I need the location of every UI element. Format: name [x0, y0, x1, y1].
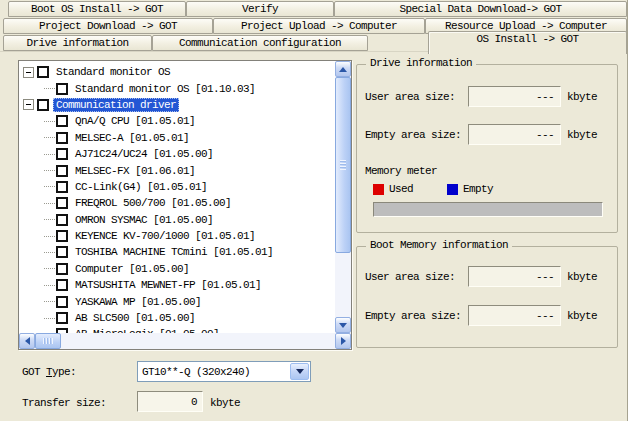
user-area-size-field: --- — [468, 86, 561, 107]
tree-item[interactable]: MATSUSHITA MEWNET-FP [01.05.01] — [22, 277, 335, 293]
checkbox[interactable] — [56, 165, 68, 177]
tree-item-label: Standard monitor OS [01.10.03] — [72, 82, 258, 96]
vertical-scrollbar-thumb[interactable] — [335, 77, 351, 253]
checkbox[interactable] — [37, 66, 49, 78]
tree-item-communication-driver-group[interactable]: Communication driver — [22, 97, 335, 113]
dialog-body: Boot OS Install -> GOT Verify Special Da… — [0, 0, 628, 421]
tree-item[interactable]: TOSHIBA MACHINE TCmini [01.05.01] — [22, 244, 335, 260]
transfer-size-label: Transfer size: — [22, 397, 106, 409]
tab-communication-config[interactable]: Communication configuration — [152, 35, 368, 51]
checkbox[interactable] — [56, 132, 68, 144]
tab-project-download[interactable]: Project Download -> GOT — [3, 18, 213, 34]
tab-project-upload[interactable]: Project Upload -> Computer — [213, 18, 425, 34]
tab-boot-os-install[interactable]: Boot OS Install -> GOT — [8, 1, 186, 17]
tree-connector — [44, 252, 55, 253]
empty-area-size-unit: kbyte — [567, 129, 597, 141]
scroll-left-button[interactable] — [19, 333, 35, 349]
tree-item-label: MELSEC-A [01.05.01] — [72, 131, 192, 145]
tree-item[interactable]: MELSEC-A [01.05.01] — [22, 130, 335, 146]
checkbox[interactable] — [56, 312, 68, 324]
tree-item-label: MELSEC-FX [01.06.01] — [72, 164, 198, 178]
tree-item[interactable]: YASKAWA MP [01.05.00] — [22, 293, 335, 309]
combobox-dropdown-button[interactable] — [290, 363, 309, 380]
tree-item-partially-visible[interactable]: AB MicroLogix [01.05.00] — [22, 326, 335, 333]
checkbox[interactable] — [56, 148, 68, 160]
checkbox[interactable] — [56, 181, 68, 193]
used-label: Used — [389, 183, 413, 195]
tree-item[interactable]: Computer [01.05.00] — [22, 261, 335, 277]
boot-empty-area-size-value: --- — [536, 310, 554, 322]
tree-item[interactable]: OMRON SYSMAC [01.05.00] — [22, 212, 335, 228]
tab-os-install-active[interactable]: OS Install -> GOT — [428, 31, 627, 54]
checkbox[interactable] — [56, 214, 68, 226]
used-color-swatch — [373, 184, 384, 195]
tree-connector — [44, 203, 55, 204]
tree-item[interactable]: KEYENCE KV-700/1000 [01.05.01] — [22, 228, 335, 244]
boot-user-area-size-label: User area size: — [365, 271, 468, 283]
boot-user-area-size-unit: kbyte — [567, 271, 597, 283]
checkbox[interactable] — [56, 296, 68, 308]
tree-item[interactable]: AB SLC500 [01.05.00] — [22, 310, 335, 326]
horizontal-scrollbar-thumb[interactable] — [35, 333, 61, 349]
transfer-size-field: 0 — [137, 391, 203, 412]
boot-memory-information-group: Boot Memory information User area size: … — [356, 246, 618, 348]
boot-memory-information-title: Boot Memory information — [366, 239, 512, 251]
tree-item-label: QnA/Q CPU [01.05.01] — [72, 114, 198, 128]
tree-item[interactable]: FREQROL 500/700 [01.05.00] — [22, 195, 335, 211]
tree-item-label: MATSUSHITA MEWNET-FP [01.05.01] — [72, 278, 264, 292]
tree-connector — [44, 285, 55, 286]
tree-connector — [44, 219, 55, 220]
tree-item[interactable]: QnA/Q CPU [01.05.01] — [22, 113, 335, 129]
tree-item[interactable]: Standard monitor OS [01.10.03] — [22, 80, 335, 96]
transfer-size-value: 0 — [191, 396, 197, 408]
tree-item[interactable]: AJ71C24/UC24 [01.05.00] — [22, 146, 335, 162]
boot-user-area-size-value: --- — [536, 271, 554, 283]
tab-verify[interactable]: Verify — [186, 1, 334, 17]
arrow-down-icon — [339, 323, 347, 328]
checkbox[interactable] — [56, 115, 68, 127]
chevron-down-icon — [296, 369, 304, 374]
collapse-icon[interactable] — [23, 67, 34, 78]
tree-item-label-selected: Communication driver — [53, 98, 179, 112]
horizontal-scrollbar[interactable] — [19, 333, 351, 349]
vertical-scrollbar[interactable] — [335, 61, 351, 333]
tree-item[interactable]: MELSEC-FX [01.06.01] — [22, 162, 335, 178]
user-area-size-label: User area size: — [365, 91, 468, 103]
user-area-size-unit: kbyte — [567, 91, 597, 103]
empty-area-size-field: --- — [468, 124, 561, 145]
tree-connector — [44, 318, 55, 319]
collapse-icon[interactable] — [23, 99, 34, 110]
checkbox[interactable] — [37, 99, 49, 111]
transfer-dialog: Boot OS Install -> GOT Verify Special Da… — [0, 0, 640, 421]
checkbox[interactable] — [56, 197, 68, 209]
tree-connector — [44, 170, 55, 171]
tree-item-label: Standard monitor OS — [53, 65, 173, 79]
checkbox[interactable] — [56, 83, 68, 95]
arrow-right-icon — [341, 337, 346, 345]
memory-meter-label: Memory meter — [365, 165, 437, 177]
drive-information-group: Drive information User area size: --- kb… — [356, 64, 618, 233]
boot-empty-area-size-unit: kbyte — [567, 310, 597, 322]
tree-item-label: OMRON SYSMAC [01.05.00] — [72, 213, 216, 227]
got-type-combobox[interactable]: GT10**-Q (320x240) — [137, 361, 311, 382]
os-tree-viewport: Standard monitor OS Standard monitor OS … — [19, 61, 335, 333]
scroll-right-button[interactable] — [335, 333, 351, 349]
boot-user-area-size-row: User area size: --- kbyte — [365, 265, 611, 288]
user-area-size-row: User area size: --- kbyte — [365, 85, 611, 108]
os-tree: Standard monitor OS Standard monitor OS … — [18, 60, 352, 350]
tree-connector — [44, 88, 55, 89]
arrow-left-icon — [25, 337, 30, 345]
tree-connector — [44, 186, 55, 187]
tab-special-data-download[interactable]: Special Data Download-> GOT — [334, 1, 627, 17]
tree-item-label: AB SLC500 [01.05.00] — [72, 311, 198, 325]
checkbox[interactable] — [56, 263, 68, 275]
scroll-down-button[interactable] — [335, 317, 351, 333]
checkbox[interactable] — [56, 279, 68, 291]
tree-item-label: AJ71C24/UC24 [01.05.00] — [72, 147, 216, 161]
tree-item[interactable]: CC-Link(G4) [01.05.01] — [22, 179, 335, 195]
tree-item-standard-monitor-os-group[interactable]: Standard monitor OS — [22, 64, 335, 80]
checkbox[interactable] — [56, 246, 68, 258]
scroll-up-button[interactable] — [335, 61, 351, 77]
checkbox[interactable] — [56, 230, 68, 242]
tab-drive-information[interactable]: Drive information — [3, 35, 152, 51]
